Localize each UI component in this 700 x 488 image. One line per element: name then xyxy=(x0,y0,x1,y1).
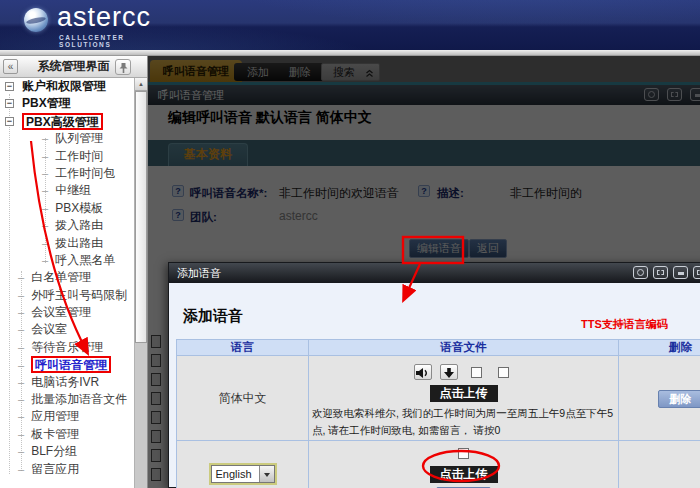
delete-cell: 删除 xyxy=(619,356,700,441)
checkbox[interactable] xyxy=(498,367,509,378)
sidebar: « 系统管理界面 账户和权限管理 PBX管理 PBX高级管理 队列管理 工作时间… xyxy=(0,56,148,488)
sidebar-item[interactable]: 会议室 xyxy=(0,321,134,338)
scroll-up-icon[interactable]: ▲ xyxy=(135,78,147,91)
add-voice-dialog: 添加语音 添加语音 TTS支持语言编码 语言 语音文件 删除 简体中文 xyxy=(168,262,700,488)
sidebar-item[interactable]: 板卡管理 xyxy=(0,426,134,443)
column-language: 语言 xyxy=(177,340,309,356)
sidebar-item[interactable]: PBX管理 xyxy=(0,95,134,112)
scrollbar-thumb[interactable] xyxy=(135,91,147,343)
tts-note: TTS支持语言编码 xyxy=(581,317,668,332)
sidebar-item[interactable]: 账户和权限管理 xyxy=(0,78,134,95)
download-audio-icon[interactable] xyxy=(440,364,458,380)
sidebar-item[interactable]: 等待音乐管理 xyxy=(0,339,134,356)
brand-name: astercc xyxy=(57,2,151,33)
sidebar-collapse-icon[interactable]: « xyxy=(3,59,18,74)
window-maximize-icon[interactable] xyxy=(653,266,668,279)
sidebar-item[interactable]: PBX模板 xyxy=(0,200,134,217)
brand-tagline: CALLLCENTER SOLUTIONS xyxy=(59,34,125,48)
language-select[interactable]: English xyxy=(211,465,275,483)
sidebar-item[interactable]: 队列管理 xyxy=(0,130,134,147)
sidebar-tree: 账户和权限管理 PBX管理 PBX高级管理 队列管理 工作时间 工作时间包 中继… xyxy=(0,78,134,478)
dialog-titlebar[interactable]: 添加语音 xyxy=(169,263,700,283)
sidebar-item[interactable]: 拨入路由 xyxy=(0,217,134,234)
sidebar-item[interactable]: 外呼主叫号码限制 xyxy=(0,287,134,304)
dialog-title: 添加语音 xyxy=(177,267,221,279)
brand-header: astercc CALLLCENTER SOLUTIONS xyxy=(0,0,700,50)
voice-file-cell: 点击上传 TTS xyxy=(309,441,619,488)
tree-collapse-icon[interactable] xyxy=(5,117,14,126)
tree-collapse-icon[interactable] xyxy=(5,99,14,108)
window-restore-icon[interactable] xyxy=(693,266,700,279)
sidebar-item[interactable]: 留言应用 xyxy=(0,461,134,478)
sidebar-item[interactable]: BLF分组 xyxy=(0,443,134,460)
sidebar-item[interactable]: 拨出路由 xyxy=(0,235,134,252)
annotation-box-red: PBX高级管理 xyxy=(22,113,103,130)
sidebar-item[interactable]: 批量添加语音文件 xyxy=(0,391,134,408)
sidebar-item[interactable]: 应用管理 xyxy=(0,408,134,425)
upload-button[interactable]: 点击上传 xyxy=(430,385,498,402)
file-controls xyxy=(309,363,618,381)
language-cell: English xyxy=(177,441,309,488)
sidebar-item-call-voice[interactable]: 呼叫语音管理 xyxy=(0,356,134,373)
table-header-row: 语言 语音文件 删除 xyxy=(177,340,700,356)
column-delete: 删除 xyxy=(619,340,700,356)
upload-button[interactable]: 点击上传 xyxy=(430,466,498,483)
astercc-admin-page: astercc CALLLCENTER SOLUTIONS « 系统管理界面 账… xyxy=(0,0,700,488)
sidebar-scrollbar[interactable]: ▲ xyxy=(134,78,147,488)
sidebar-header: « 系统管理界面 xyxy=(0,56,147,78)
table-row: English 点击上传 TTS xyxy=(177,441,700,488)
table-row: 简体中文 点击上传 欢迎致电索科维尔, 我们的工作时间为周一至周五上午9点至下午… xyxy=(177,356,700,441)
sidebar-item-pbx-advanced[interactable]: PBX高级管理 xyxy=(0,113,134,130)
sidebar-item[interactable]: 工作时间包 xyxy=(0,165,134,182)
pin-icon[interactable] xyxy=(115,59,131,75)
delete-row-button[interactable]: 删除 xyxy=(658,390,700,408)
dialog-body: 添加语音 TTS支持语言编码 语言 语音文件 删除 简体中文 xyxy=(169,283,700,487)
voice-file-cell: 点击上传 欢迎致电索科维尔, 我们的工作时间为周一至周五上午9点至下午5点, 请… xyxy=(309,356,619,441)
checkbox[interactable] xyxy=(458,448,469,459)
sidebar-item[interactable]: 呼入黑名单 xyxy=(0,252,134,269)
sidebar-item[interactable]: 电脑话务IVR xyxy=(0,374,134,391)
astercc-sphere-icon xyxy=(24,8,48,32)
sidebar-item[interactable]: 工作时间 xyxy=(0,148,134,165)
annotation-box-red: 呼叫语音管理 xyxy=(31,356,111,373)
play-audio-icon[interactable] xyxy=(414,364,432,380)
dropdown-arrow-icon[interactable] xyxy=(259,466,274,482)
sidebar-item[interactable]: 中继组 xyxy=(0,182,134,199)
tree-collapse-icon[interactable] xyxy=(5,82,14,91)
language-cell: 简体中文 xyxy=(177,356,309,441)
sidebar-item[interactable]: 会议室管理 xyxy=(0,304,134,321)
voice-transcript: 欢迎致电索科维尔, 我们的工作时间为周一至周五上午9点至下午5点, 请在工作时间… xyxy=(309,402,618,439)
checkbox[interactable] xyxy=(471,367,482,378)
sidebar-item[interactable]: 白名单管理 xyxy=(0,269,134,286)
voice-table: 语言 语音文件 删除 简体中文 点击上传 欢迎致电索科维尔, xyxy=(176,339,700,488)
window-refresh-icon[interactable] xyxy=(633,266,648,279)
window-minimize-icon[interactable] xyxy=(673,266,688,279)
delete-cell xyxy=(619,441,700,488)
dialog-heading: 添加语音 xyxy=(183,307,243,326)
column-voice-file: 语音文件 xyxy=(309,340,619,356)
